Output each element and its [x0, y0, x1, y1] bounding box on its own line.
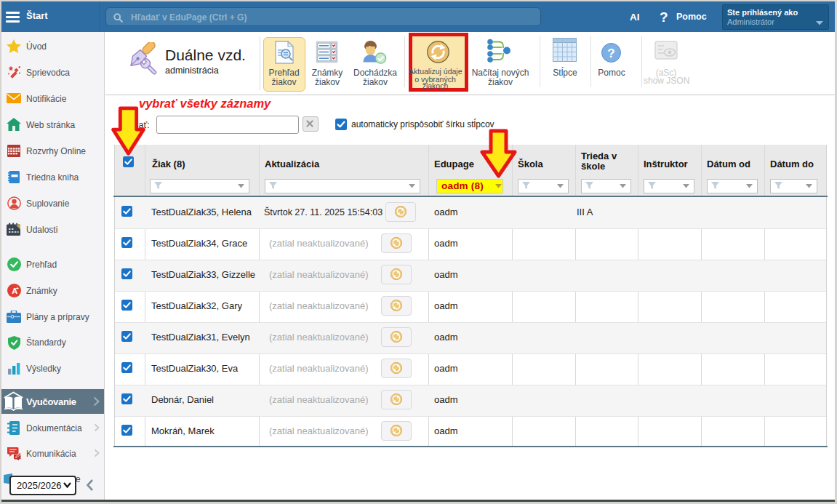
svg-text:+: +	[16, 286, 19, 291]
svg-text:?: ?	[607, 47, 614, 60]
